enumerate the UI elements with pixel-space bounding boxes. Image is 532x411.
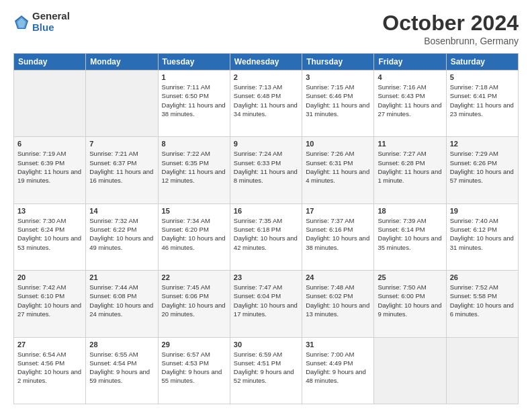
calendar-cell: 19Sunrise: 7:40 AM Sunset: 6:12 PM Dayli…	[446, 203, 518, 270]
cell-info: Sunrise: 7:34 AM Sunset: 6:20 PM Dayligh…	[162, 216, 226, 252]
calendar-cell: 26Sunrise: 7:52 AM Sunset: 5:58 PM Dayli…	[446, 271, 518, 337]
calendar-cell: 11Sunrise: 7:27 AM Sunset: 6:28 PM Dayli…	[374, 137, 446, 203]
logo: General Blue	[13, 11, 70, 33]
cell-info: Sunrise: 7:19 AM Sunset: 6:39 PM Dayligh…	[17, 149, 82, 185]
day-number: 26	[450, 273, 515, 281]
calendar-cell: 24Sunrise: 7:48 AM Sunset: 6:02 PM Dayli…	[302, 271, 374, 337]
day-number: 22	[162, 273, 226, 281]
cell-info: Sunrise: 7:22 AM Sunset: 6:35 PM Dayligh…	[162, 149, 226, 185]
cell-info: Sunrise: 7:42 AM Sunset: 6:10 PM Dayligh…	[17, 283, 82, 318]
calendar-cell: 22Sunrise: 7:45 AM Sunset: 6:06 PM Dayli…	[158, 271, 230, 337]
calendar-cell	[86, 71, 158, 137]
calendar-cell: 18Sunrise: 7:39 AM Sunset: 6:14 PM Dayli…	[374, 203, 446, 270]
location: Bosenbrunn, Germany	[382, 36, 519, 46]
cell-info: Sunrise: 7:50 AM Sunset: 6:00 PM Dayligh…	[378, 283, 442, 318]
cell-info: Sunrise: 7:30 AM Sunset: 6:24 PM Dayligh…	[17, 216, 82, 252]
cell-info: Sunrise: 7:16 AM Sunset: 6:43 PM Dayligh…	[378, 83, 442, 118]
calendar-week-row: 27Sunrise: 6:54 AM Sunset: 4:56 PM Dayli…	[14, 337, 519, 404]
day-number: 24	[306, 273, 370, 281]
day-number: 12	[450, 140, 515, 148]
day-number: 20	[17, 273, 82, 281]
cell-info: Sunrise: 7:39 AM Sunset: 6:14 PM Dayligh…	[378, 216, 442, 252]
weekday-header-sunday: Sunday	[14, 54, 86, 71]
calendar-cell: 30Sunrise: 6:59 AM Sunset: 4:51 PM Dayli…	[230, 337, 302, 404]
cell-info: Sunrise: 6:59 AM Sunset: 4:51 PM Dayligh…	[234, 350, 298, 385]
cell-info: Sunrise: 7:27 AM Sunset: 6:28 PM Dayligh…	[378, 149, 442, 185]
calendar-cell: 13Sunrise: 7:30 AM Sunset: 6:24 PM Dayli…	[14, 203, 86, 270]
day-number: 1	[162, 73, 226, 81]
weekday-header-friday: Friday	[374, 54, 446, 71]
day-number: 16	[234, 207, 298, 215]
day-number: 7	[89, 140, 154, 148]
logo-general: General	[32, 11, 70, 22]
cell-info: Sunrise: 6:57 AM Sunset: 4:53 PM Dayligh…	[162, 350, 226, 385]
cell-info: Sunrise: 7:15 AM Sunset: 6:46 PM Dayligh…	[306, 83, 370, 118]
day-number: 29	[162, 340, 226, 349]
cell-info: Sunrise: 7:11 AM Sunset: 6:50 PM Dayligh…	[162, 83, 226, 118]
calendar-cell: 8Sunrise: 7:22 AM Sunset: 6:35 PM Daylig…	[158, 137, 230, 203]
calendar-cell: 16Sunrise: 7:35 AM Sunset: 6:18 PM Dayli…	[230, 203, 302, 270]
calendar-cell: 14Sunrise: 7:32 AM Sunset: 6:22 PM Dayli…	[86, 203, 158, 270]
calendar-cell: 4Sunrise: 7:16 AM Sunset: 6:43 PM Daylig…	[374, 71, 446, 137]
calendar-cell: 27Sunrise: 6:54 AM Sunset: 4:56 PM Dayli…	[14, 337, 86, 404]
weekday-header-tuesday: Tuesday	[158, 54, 230, 71]
day-number: 14	[89, 207, 154, 215]
calendar-cell: 3Sunrise: 7:15 AM Sunset: 6:46 PM Daylig…	[302, 71, 374, 137]
day-number: 11	[378, 140, 442, 148]
calendar-cell: 2Sunrise: 7:13 AM Sunset: 6:48 PM Daylig…	[230, 71, 302, 137]
calendar-cell: 23Sunrise: 7:47 AM Sunset: 6:04 PM Dayli…	[230, 271, 302, 337]
cell-info: Sunrise: 7:00 AM Sunset: 4:49 PM Dayligh…	[306, 350, 370, 385]
calendar-week-row: 20Sunrise: 7:42 AM Sunset: 6:10 PM Dayli…	[14, 271, 519, 337]
day-number: 27	[17, 340, 82, 349]
cell-info: Sunrise: 7:32 AM Sunset: 6:22 PM Dayligh…	[89, 216, 154, 252]
calendar-cell: 6Sunrise: 7:19 AM Sunset: 6:39 PM Daylig…	[14, 137, 86, 203]
calendar-cell	[446, 337, 518, 404]
cell-info: Sunrise: 7:45 AM Sunset: 6:06 PM Dayligh…	[162, 283, 226, 318]
day-number: 31	[306, 340, 370, 349]
weekday-header-saturday: Saturday	[446, 54, 518, 71]
weekday-header-wednesday: Wednesday	[230, 54, 302, 71]
calendar-cell: 12Sunrise: 7:29 AM Sunset: 6:26 PM Dayli…	[446, 137, 518, 203]
calendar-cell: 31Sunrise: 7:00 AM Sunset: 4:49 PM Dayli…	[302, 337, 374, 404]
day-number: 15	[162, 207, 226, 215]
calendar-cell: 29Sunrise: 6:57 AM Sunset: 4:53 PM Dayli…	[158, 337, 230, 404]
day-number: 28	[89, 340, 154, 349]
day-number: 25	[378, 273, 442, 281]
cell-info: Sunrise: 6:54 AM Sunset: 4:56 PM Dayligh…	[17, 350, 82, 385]
calendar-cell: 7Sunrise: 7:21 AM Sunset: 6:37 PM Daylig…	[86, 137, 158, 203]
cell-info: Sunrise: 7:18 AM Sunset: 6:41 PM Dayligh…	[450, 83, 515, 118]
logo-blue: Blue	[32, 22, 70, 34]
calendar-cell: 5Sunrise: 7:18 AM Sunset: 6:41 PM Daylig…	[446, 71, 518, 137]
cell-info: Sunrise: 7:24 AM Sunset: 6:33 PM Dayligh…	[234, 149, 298, 185]
day-number: 5	[450, 73, 515, 81]
cell-info: Sunrise: 7:37 AM Sunset: 6:16 PM Dayligh…	[306, 216, 370, 252]
day-number: 23	[234, 273, 298, 281]
calendar-cell: 20Sunrise: 7:42 AM Sunset: 6:10 PM Dayli…	[14, 271, 86, 337]
weekday-header-row: SundayMondayTuesdayWednesdayThursdayFrid…	[14, 54, 519, 71]
day-number: 6	[17, 140, 82, 148]
title-block: October 2024 Bosenbrunn, Germany	[382, 11, 519, 46]
calendar-week-row: 13Sunrise: 7:30 AM Sunset: 6:24 PM Dayli…	[14, 203, 519, 270]
calendar-cell: 1Sunrise: 7:11 AM Sunset: 6:50 PM Daylig…	[158, 71, 230, 137]
calendar-cell: 17Sunrise: 7:37 AM Sunset: 6:16 PM Dayli…	[302, 203, 374, 270]
weekday-header-thursday: Thursday	[302, 54, 374, 71]
day-number: 21	[89, 273, 154, 281]
header: General Blue October 2024 Bosenbrunn, Ge…	[13, 11, 519, 46]
calendar-cell: 28Sunrise: 6:55 AM Sunset: 4:54 PM Dayli…	[86, 337, 158, 404]
cell-info: Sunrise: 7:21 AM Sunset: 6:37 PM Dayligh…	[89, 149, 154, 185]
day-number: 13	[17, 207, 82, 215]
calendar-cell: 21Sunrise: 7:44 AM Sunset: 6:08 PM Dayli…	[86, 271, 158, 337]
day-number: 17	[306, 207, 370, 215]
page: General Blue October 2024 Bosenbrunn, Ge…	[0, 0, 532, 411]
day-number: 3	[306, 73, 370, 81]
weekday-header-monday: Monday	[86, 54, 158, 71]
day-number: 9	[234, 140, 298, 148]
calendar-cell: 9Sunrise: 7:24 AM Sunset: 6:33 PM Daylig…	[230, 137, 302, 203]
cell-info: Sunrise: 7:13 AM Sunset: 6:48 PM Dayligh…	[234, 83, 298, 118]
calendar-cell: 15Sunrise: 7:34 AM Sunset: 6:20 PM Dayli…	[158, 203, 230, 270]
calendar-cell	[374, 337, 446, 404]
calendar-cell: 25Sunrise: 7:50 AM Sunset: 6:00 PM Dayli…	[374, 271, 446, 337]
day-number: 18	[378, 207, 442, 215]
cell-info: Sunrise: 7:48 AM Sunset: 6:02 PM Dayligh…	[306, 283, 370, 318]
day-number: 30	[234, 340, 298, 349]
